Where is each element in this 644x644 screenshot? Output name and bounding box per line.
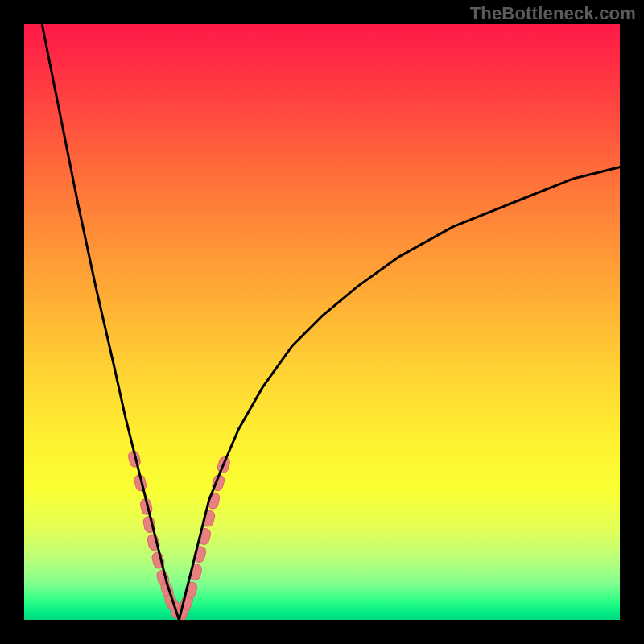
curve-right-branch [179,167,620,620]
marker-layer [127,450,231,620]
plot-area [24,24,620,620]
curve-layer [24,24,620,620]
curve-left-branch [42,24,179,620]
watermark-text: TheBottleneck.com [470,3,636,24]
chart-frame: TheBottleneck.com [0,0,644,644]
